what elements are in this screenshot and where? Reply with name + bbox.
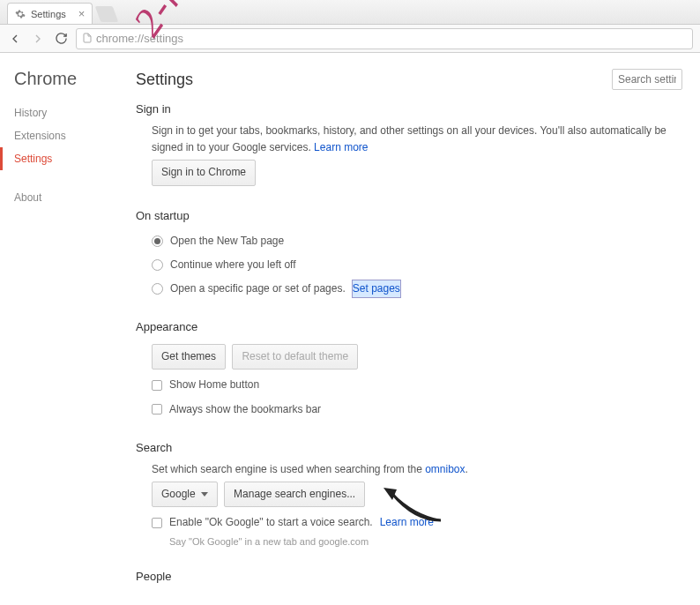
browser-tab-settings[interactable]: Settings × — [7, 3, 93, 24]
reset-theme-button: Reset to default theme — [232, 344, 358, 370]
manage-search-engines-button[interactable]: Manage search engines... — [224, 482, 365, 507]
section-signin: Sign in Sign in to get your tabs, bookma… — [136, 102, 682, 190]
section-appearance: Appearance Get themes Reset to default t… — [136, 320, 682, 422]
sidebar-item-about[interactable]: About — [14, 186, 132, 209]
ok-google-subtext: Say "Ok Google" in a new tab and google.… — [152, 534, 682, 550]
search-engine-value: Google — [161, 486, 196, 503]
browser-toolbar — [0, 25, 700, 53]
checkbox-show-home-label: Show Home button — [169, 377, 259, 393]
section-startup: On startup Open the New Tab page Continu… — [136, 209, 682, 302]
checkbox-show-bookmarks[interactable] — [152, 404, 162, 415]
chevron-down-icon — [201, 492, 208, 497]
checkbox-ok-google[interactable] — [152, 518, 162, 528]
radio-specific-label: Open a specific page or set of pages. — [170, 280, 346, 297]
brand-title: Chrome — [14, 69, 132, 89]
people-title: People — [136, 570, 682, 583]
radio-continue-label: Continue where you left off — [170, 257, 296, 273]
section-search: Search Set which search engine is used w… — [136, 441, 682, 550]
signin-learn-more-link[interactable]: Learn more — [314, 141, 368, 153]
radio-newtab[interactable] — [152, 235, 163, 247]
signin-button[interactable]: Sign in to Chrome — [152, 160, 256, 185]
startup-title: On startup — [136, 209, 682, 222]
search-title: Search — [136, 441, 682, 454]
radio-specific[interactable] — [152, 283, 163, 295]
radio-continue[interactable] — [152, 259, 163, 271]
search-desc: Set which search engine is used when sea… — [152, 463, 425, 475]
page-icon — [82, 33, 93, 45]
search-engine-select[interactable]: Google — [152, 482, 218, 507]
ok-google-learn-more-link[interactable]: Learn more — [380, 514, 434, 531]
address-bar[interactable] — [76, 28, 693, 49]
set-pages-link[interactable]: Set pages — [353, 280, 400, 297]
sidebar-item-history[interactable]: History — [14, 101, 132, 124]
settings-sidebar: Chrome History Extensions Settings About — [0, 53, 132, 605]
sidebar-item-extensions[interactable]: Extensions — [14, 124, 132, 147]
reload-button[interactable] — [53, 31, 69, 47]
get-themes-button[interactable]: Get themes — [152, 344, 226, 370]
checkbox-ok-google-label: Enable "Ok Google" to start a voice sear… — [169, 514, 373, 531]
radio-newtab-label: Open the New Tab page — [170, 233, 284, 250]
sidebar-item-settings[interactable]: Settings — [0, 147, 132, 170]
search-settings-input[interactable] — [612, 69, 682, 90]
page-title: Settings — [136, 71, 193, 89]
gear-icon — [15, 9, 26, 19]
appearance-title: Appearance — [136, 320, 682, 333]
back-button[interactable] — [7, 31, 23, 47]
new-tab-button[interactable] — [95, 6, 119, 22]
checkbox-show-home[interactable] — [152, 380, 162, 391]
tab-title: Settings — [31, 9, 66, 19]
section-people: People — [136, 570, 682, 583]
checkbox-show-bookmarks-label: Always show the bookmarks bar — [169, 401, 321, 418]
settings-content: Settings Sign in Sign in to get your tab… — [132, 53, 700, 605]
signin-title: Sign in — [136, 102, 682, 116]
address-input[interactable] — [96, 32, 687, 45]
forward-button — [30, 31, 46, 47]
browser-tab-bar: Settings × — [0, 0, 700, 25]
omnibox-link[interactable]: omnibox — [425, 463, 465, 475]
close-icon[interactable]: × — [78, 7, 86, 20]
signin-desc: Sign in to get your tabs, bookmarks, his… — [152, 124, 666, 153]
